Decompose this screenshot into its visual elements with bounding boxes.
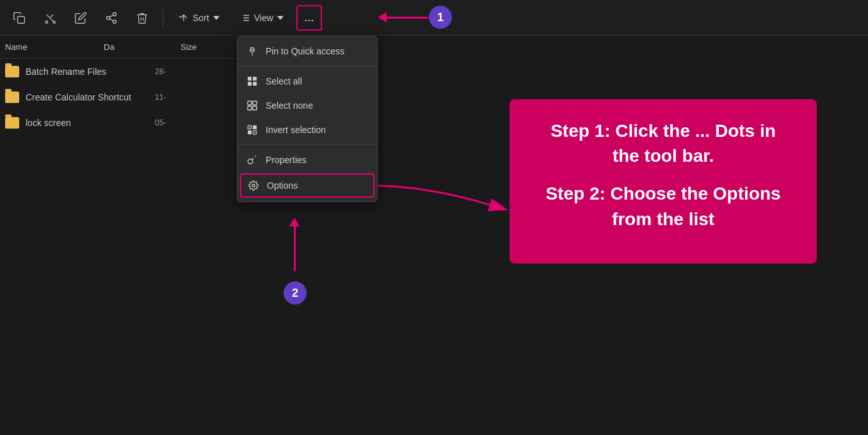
menu-divider	[237, 145, 377, 145]
file-row[interactable]: Create Calculator Shortcut 11-	[0, 84, 237, 110]
menu-item-label: Select none	[266, 100, 313, 111]
svg-rect-28	[248, 130, 252, 134]
svg-rect-29	[253, 130, 257, 134]
svg-point-3	[113, 12, 117, 15]
select-all-icon	[246, 75, 258, 87]
view-label: View	[254, 13, 273, 23]
options-gear-icon	[248, 180, 259, 191]
invert-icon	[246, 124, 258, 136]
menu-item-invert[interactable]: Invert selection	[237, 118, 377, 142]
dots-label: ...	[304, 11, 314, 24]
svg-rect-20	[248, 82, 252, 86]
arrow-head	[378, 12, 387, 22]
svg-point-1	[45, 21, 47, 23]
select-none-icon	[246, 100, 258, 111]
svg-rect-27	[253, 125, 257, 129]
svg-rect-26	[248, 125, 252, 129]
column-date: Da	[104, 42, 181, 52]
rename-icon[interactable]	[68, 5, 93, 31]
step-badge-2: 2	[284, 281, 307, 304]
folder-icon	[5, 66, 19, 77]
arrow-up-head	[289, 217, 300, 226]
menu-divider	[237, 66, 377, 67]
arrow-up-line	[294, 226, 296, 271]
svg-point-2	[53, 21, 55, 23]
annotation-box: Step 1: Click the ... Dots in the tool b…	[510, 99, 817, 264]
file-date: 11-	[155, 93, 232, 102]
cut-icon[interactable]	[37, 5, 63, 31]
menu-item-label: Invert selection	[266, 125, 326, 135]
menu-item-select-none[interactable]: Select none	[237, 93, 377, 118]
menu-item-properties[interactable]: Properties	[237, 148, 377, 172]
menu-item-label: Options	[267, 180, 298, 191]
column-name: Name	[5, 42, 104, 52]
svg-line-6	[109, 19, 113, 20]
file-name: Batch Rename Files	[26, 67, 155, 77]
step-badge-1: 1	[429, 6, 452, 29]
svg-rect-25	[253, 106, 257, 110]
svg-rect-23	[253, 101, 257, 105]
dropdown-menu: Pin to Quick access Select all Select no…	[237, 36, 378, 202]
copy-icon[interactable]	[6, 5, 32, 31]
svg-rect-24	[248, 106, 252, 110]
menu-item-pin[interactable]: Pin to Quick access	[237, 39, 377, 63]
view-button[interactable]: View	[232, 9, 291, 27]
svg-rect-22	[248, 101, 252, 105]
svg-rect-19	[253, 77, 257, 81]
share-icon[interactable]	[99, 5, 124, 31]
pin-icon	[246, 45, 258, 57]
svg-point-5	[113, 20, 117, 23]
more-options-button[interactable]: ...	[296, 5, 322, 31]
file-row[interactable]: lock screen 05-	[0, 110, 237, 136]
folder-icon	[5, 117, 19, 129]
svg-marker-17	[277, 16, 284, 20]
menu-item-label: Properties	[266, 155, 307, 165]
svg-marker-10	[213, 16, 220, 20]
file-name: Create Calculator Shortcut	[26, 92, 155, 102]
annotation-arrow	[362, 179, 502, 230]
step2-text: Step 2: Choose the Options from the list	[535, 181, 791, 231]
file-list-header: Name Da Size	[0, 36, 237, 59]
sort-label: Sort	[193, 13, 209, 23]
file-name: lock screen	[26, 118, 155, 128]
arrow-to-badge	[378, 12, 428, 22]
menu-item-label: Select all	[266, 76, 302, 86]
file-date: 05-	[155, 118, 232, 127]
svg-line-7	[109, 15, 113, 17]
menu-item-label: Pin to Quick access	[266, 46, 344, 56]
svg-rect-21	[253, 82, 257, 86]
menu-item-select-all[interactable]: Select all	[237, 69, 377, 93]
svg-point-4	[107, 16, 110, 19]
file-row[interactable]: Batch Rename Files 28-	[0, 59, 237, 84]
svg-rect-18	[248, 77, 252, 81]
step1-text: Step 1: Click the ... Dots in the tool b…	[535, 118, 791, 168]
file-list-area: Name Da Size Batch Rename Files 28- Crea…	[0, 36, 237, 435]
sort-button[interactable]: Sort	[171, 9, 227, 27]
arrow-line	[387, 17, 428, 19]
arrow-up-indicator	[289, 217, 300, 271]
properties-icon	[246, 154, 258, 166]
svg-point-30	[252, 184, 255, 187]
file-date: 28-	[155, 67, 232, 76]
folder-icon	[5, 91, 19, 103]
svg-rect-0	[18, 16, 25, 23]
menu-item-options[interactable]: Options	[240, 173, 374, 198]
column-size: Size	[181, 42, 232, 52]
toolbar-separator-1	[163, 8, 163, 28]
delete-icon[interactable]	[129, 5, 155, 31]
